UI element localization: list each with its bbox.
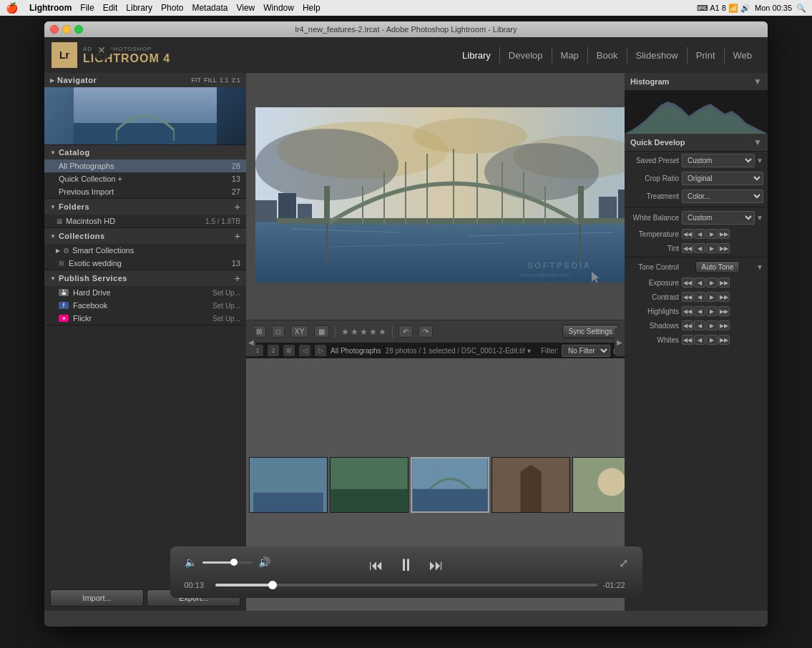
progress-knob[interactable]	[268, 581, 277, 589]
menubar-photo[interactable]: Photo	[161, 3, 183, 13]
temp-inc-button[interactable]: ▶	[706, 229, 718, 239]
menubar-help[interactable]: Help	[303, 3, 321, 13]
wh-inc-inc-button[interactable]: ▶▶	[718, 335, 730, 345]
service-facebook[interactable]: f Facebook Set Up...	[44, 299, 246, 312]
film-thumb-5[interactable]	[572, 457, 625, 513]
sh-dec-button[interactable]: ◀	[694, 320, 705, 330]
window-close-button[interactable]	[50, 25, 59, 34]
volume-icon[interactable]: 🔈	[185, 556, 197, 568]
folder-item-macintosh[interactable]: 🖥 Macintosh HD 1.5 / 1.8TB	[44, 215, 246, 227]
menubar-app-name[interactable]: Lightroom	[29, 3, 72, 13]
left-panel-collapse-button[interactable]: ◀	[246, 328, 256, 356]
nav-ctrl-2-1[interactable]: 2:1	[231, 77, 240, 84]
tab-web[interactable]: Web	[725, 47, 761, 64]
tab-print[interactable]: Print	[688, 47, 725, 64]
sh-dec-dec-button[interactable]: ◀◀	[682, 320, 693, 330]
tab-map[interactable]: Map	[552, 47, 588, 64]
histogram-header[interactable]: Histogram ▼	[625, 73, 768, 91]
filmstrip-next-button[interactable]: ▷	[315, 345, 326, 356]
inner-close-button[interactable]: ✕	[92, 40, 112, 60]
import-button[interactable]: Import...	[50, 589, 144, 607]
skip-back-button[interactable]: ⏮	[369, 557, 383, 574]
tint-inc-button[interactable]: ▶	[706, 243, 718, 253]
white-balance-dropdown-icon[interactable]: ▼	[756, 214, 763, 222]
crop-ratio-select[interactable]: Original	[682, 172, 763, 185]
folders-add-button[interactable]: +	[235, 202, 240, 212]
filmstrip-prev-button[interactable]: ◁	[299, 345, 310, 356]
catalog-item-all[interactable]: All Photographs 28	[44, 159, 246, 172]
nav-ctrl-fit[interactable]: FIT	[191, 77, 201, 84]
filmstrip-grid-button[interactable]: ⊞	[283, 345, 295, 356]
folders-header[interactable]: ▼ Folders +	[44, 199, 246, 215]
wh-dec-dec-button[interactable]: ◀◀	[682, 335, 693, 345]
window-minimize-button[interactable]	[62, 25, 71, 34]
fullscreen-button[interactable]: ⤢	[619, 556, 628, 570]
film-thumb-3[interactable]	[411, 457, 489, 513]
filter-select[interactable]: No Filter	[562, 345, 610, 357]
sh-inc-inc-button[interactable]: ▶▶	[718, 320, 730, 330]
temp-inc-inc-button[interactable]: ▶▶	[718, 229, 730, 239]
film-thumb-4[interactable]	[491, 457, 570, 513]
temp-dec-dec-button[interactable]: ◀◀	[682, 229, 693, 239]
hl-inc-inc-button[interactable]: ▶▶	[718, 306, 730, 316]
tab-slideshow[interactable]: Slideshow	[627, 47, 688, 64]
star-4[interactable]: ★	[369, 327, 377, 337]
catalog-header[interactable]: ▼ Catalog	[44, 145, 246, 159]
film-thumb-2[interactable]	[330, 457, 409, 513]
star-5[interactable]: ★	[378, 327, 386, 337]
volume-knob[interactable]	[230, 559, 238, 566]
progress-bar[interactable]	[215, 584, 597, 586]
star-1[interactable]: ★	[341, 327, 349, 337]
apple-menu[interactable]: 🍎	[6, 2, 18, 14]
sync-settings-button[interactable]: Sync Settings	[562, 325, 619, 338]
filmstrip-source-label[interactable]: All Photographs	[331, 347, 381, 355]
pause-button[interactable]: ⏸	[398, 555, 415, 575]
view-compare-button[interactable]: XY	[290, 325, 308, 338]
service-flickr[interactable]: ✦ Flickr Set Up...	[44, 312, 246, 325]
saved-preset-dropdown-icon[interactable]: ▼	[756, 157, 763, 165]
service-harddrive[interactable]: 💾 Hard Drive Set Up...	[44, 286, 246, 299]
catalog-item-previous[interactable]: Previous Import 27	[44, 185, 246, 198]
view-loupe-button[interactable]: □	[272, 325, 285, 338]
star-2[interactable]: ★	[351, 327, 358, 337]
sh-inc-button[interactable]: ▶	[706, 320, 718, 330]
hl-inc-button[interactable]: ▶	[706, 306, 718, 316]
publish-add-button[interactable]: +	[235, 273, 240, 283]
photo-area[interactable]: SOFTPEDIA www.softpedia.com	[246, 73, 625, 320]
wh-dec-button[interactable]: ◀	[694, 335, 705, 345]
publish-header[interactable]: ▼ Publish Services +	[44, 270, 246, 286]
navigator-header[interactable]: ▶ Navigator FIT FILL 1:1 2:1	[44, 73, 246, 87]
histogram-expand-icon[interactable]: ▼	[753, 77, 762, 87]
quick-develop-expand-icon[interactable]: ▼	[753, 137, 762, 147]
catalog-item-quick[interactable]: Quick Collection + 13	[44, 172, 246, 185]
tint-inc-inc-button[interactable]: ▶▶	[718, 243, 730, 253]
hl-dec-dec-button[interactable]: ◀◀	[682, 306, 693, 316]
tab-develop[interactable]: Develop	[500, 47, 552, 64]
con-dec-dec-button[interactable]: ◀◀	[682, 292, 693, 302]
tab-book[interactable]: Book	[588, 47, 627, 64]
menubar-metadata[interactable]: Metadata	[192, 3, 228, 13]
con-dec-button[interactable]: ◀	[694, 292, 705, 302]
white-balance-select[interactable]: Custom	[682, 211, 755, 225]
view-survey-button[interactable]: ▦	[314, 325, 329, 338]
collections-add-button[interactable]: +	[235, 231, 240, 241]
hl-dec-button[interactable]: ◀	[694, 306, 705, 316]
saved-preset-select[interactable]: Custom	[682, 154, 755, 167]
skip-forward-button[interactable]: ⏭	[429, 557, 444, 574]
right-panel-collapse-button[interactable]: ▶	[615, 328, 625, 356]
collections-header[interactable]: ▼ Collections +	[44, 228, 246, 244]
menubar-library[interactable]: Library	[126, 3, 152, 13]
tint-dec-button[interactable]: ◀	[694, 243, 705, 253]
nav-ctrl-fill[interactable]: FILL	[204, 77, 217, 84]
con-inc-button[interactable]: ▶	[706, 292, 718, 302]
menubar-file[interactable]: File	[80, 3, 94, 13]
treatment-select[interactable]: Color...	[682, 190, 763, 203]
exotic-wedding-item[interactable]: ⊞ Exotic wedding 13	[44, 257, 246, 270]
menubar-window[interactable]: Window	[263, 3, 294, 13]
filmstrip-page-2[interactable]: 2	[268, 345, 279, 356]
rotate-ccw-button[interactable]: ↶	[398, 325, 413, 338]
tint-dec-dec-button[interactable]: ◀◀	[682, 243, 693, 253]
menubar-view[interactable]: View	[236, 3, 255, 13]
tab-library[interactable]: Library	[454, 47, 500, 64]
harddrive-setup-button[interactable]: Set Up...	[212, 289, 240, 297]
